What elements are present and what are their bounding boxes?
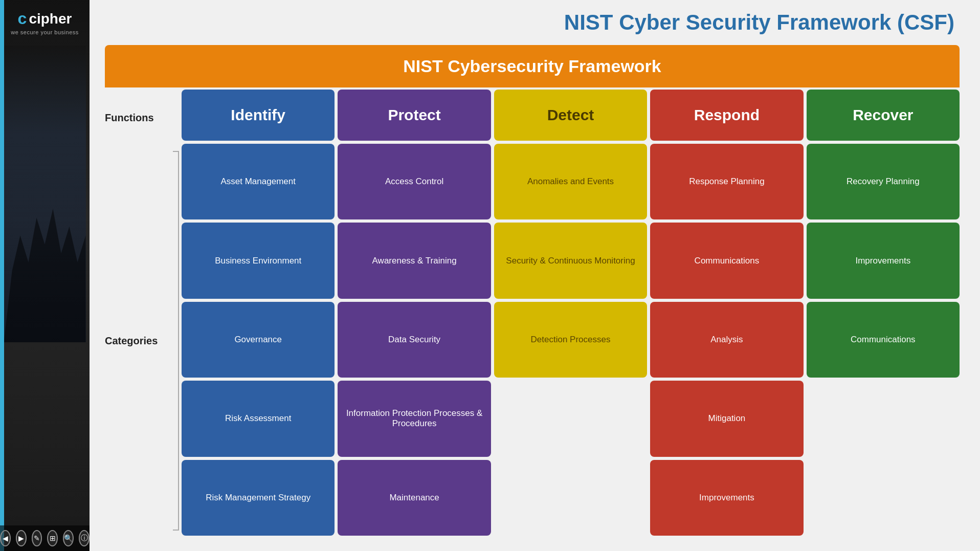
nav-search-button[interactable]: 🔍	[63, 530, 74, 546]
sidebar: ccipher we secure your business ◀ ▶ ✎ ⊞ …	[0, 0, 90, 551]
main-content: NIST Cyber Security Framework (CSF) NIST…	[90, 0, 980, 551]
bracket	[166, 146, 182, 536]
logo-name: cipher	[29, 11, 72, 27]
logo-area: ccipher we secure your business	[11, 9, 79, 35]
cat-protect-4: Maintenance	[338, 460, 491, 536]
cat-respond-2: Analysis	[650, 302, 803, 378]
logo-tagline: we secure your business	[11, 29, 79, 35]
function-respond: Respond	[650, 90, 803, 141]
cat-detect-0: Anomalies and Events	[494, 144, 647, 219]
columns: Identify Asset Management Business Envir…	[182, 90, 960, 536]
cat-recover-0: Recovery Planning	[807, 144, 960, 219]
function-recover: Recover	[807, 90, 960, 141]
framework-header: NIST Cybersecurity Framework	[105, 45, 960, 87]
sidebar-image	[4, 46, 86, 342]
cat-protect-3: Information Protection Processes & Proce…	[338, 381, 491, 456]
logo-c-letter: c	[18, 9, 27, 28]
logo: ccipher	[18, 9, 72, 28]
col-detect: Detect Anomalies and Events Security & C…	[494, 90, 647, 536]
nav-grid-button[interactable]: ⊞	[47, 530, 58, 546]
cat-recover-2: Communications	[807, 302, 960, 378]
nav-next-button[interactable]: ▶	[16, 530, 27, 546]
cat-protect-1: Awareness & Training	[338, 223, 491, 298]
col-identify: Identify Asset Management Business Envir…	[182, 90, 335, 536]
cat-respond-4: Improvements	[650, 460, 803, 536]
cat-protect-2: Data Security	[338, 302, 491, 378]
cat-identify-4: Risk Management Strategy	[182, 460, 335, 536]
function-protect: Protect	[338, 90, 491, 141]
cat-respond-3: Mitigation	[650, 381, 803, 456]
nav-prev-button[interactable]: ◀	[0, 530, 11, 546]
cat-identify-1: Business Environment	[182, 223, 335, 298]
cat-recover-1: Improvements	[807, 223, 960, 298]
nav-info-button[interactable]: ⓘ	[79, 530, 90, 546]
page-title: NIST Cyber Security Framework (CSF)	[105, 10, 960, 35]
function-detect: Detect	[494, 90, 647, 141]
cat-detect-1: Security & Continuous Monitoring	[494, 223, 647, 298]
cat-identify-0: Asset Management	[182, 144, 335, 219]
cat-identify-3: Risk Assessment	[182, 381, 335, 456]
cat-detect-2: Detection Processes	[494, 302, 647, 378]
left-labels: Functions Categories	[105, 90, 166, 536]
framework-container: NIST Cybersecurity Framework Functions C…	[105, 45, 960, 536]
cat-respond-1: Communications	[650, 223, 803, 298]
label-functions: Functions	[105, 90, 166, 146]
cat-protect-0: Access Control	[338, 144, 491, 219]
function-identify: Identify	[182, 90, 335, 141]
cat-identify-2: Governance	[182, 302, 335, 378]
col-respond: Respond Response Planning Communications…	[650, 90, 803, 536]
bottom-nav: ◀ ▶ ✎ ⊞ 🔍 ⓘ	[0, 525, 90, 551]
cat-respond-0: Response Planning	[650, 144, 803, 219]
label-categories: Categories	[105, 146, 166, 536]
nav-edit-button[interactable]: ✎	[32, 530, 42, 546]
col-recover: Recover Recovery Planning Improvements C…	[807, 90, 960, 536]
col-protect: Protect Access Control Awareness & Train…	[338, 90, 491, 536]
grid-area: Functions Categories Identify Asset Mana…	[105, 90, 960, 536]
